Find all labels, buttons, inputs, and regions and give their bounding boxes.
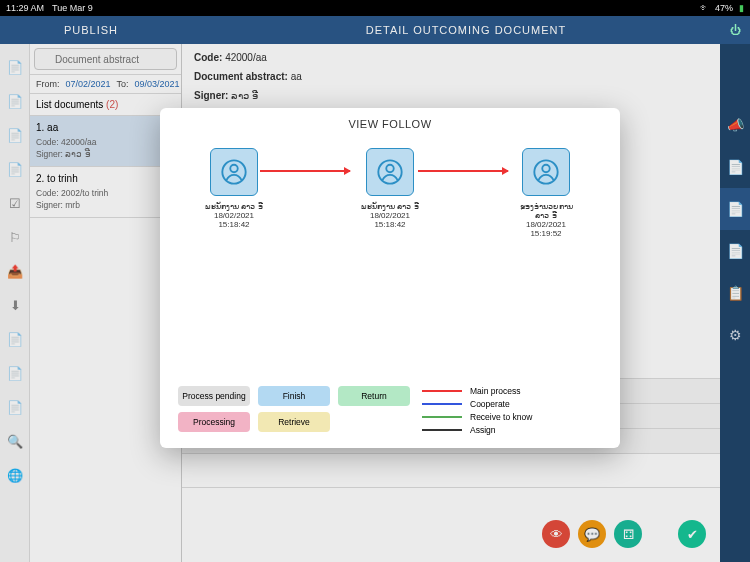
- flow-node[interactable]: ພະນັກງານ ລາວ ອີ 18/02/2021 15:18:42: [340, 148, 440, 229]
- modal-title: VIEW FOLLOW: [178, 118, 602, 130]
- flow-node[interactable]: ຮອງອຳນວຍການ ລາວ ອີ 18/02/2021 15:19:52: [496, 148, 596, 238]
- legend-process-pending[interactable]: Process pending: [178, 386, 250, 406]
- legend-lines: Main process Cooperate Receive to know A…: [422, 386, 602, 438]
- svg-point-3: [386, 165, 393, 172]
- legend-processing[interactable]: Processing: [178, 412, 250, 432]
- flow-diagram: ພະນັກງານ ລາວ ອີ 18/02/2021 15:18:42 ພະນັ…: [178, 148, 602, 238]
- svg-point-1: [230, 165, 237, 172]
- flow-arrow-icon: [418, 170, 508, 172]
- user-icon: [210, 148, 258, 196]
- legend-finish[interactable]: Finish: [258, 386, 330, 406]
- flow-arrow-icon: [260, 170, 350, 172]
- user-icon: [366, 148, 414, 196]
- legend-retrieve[interactable]: Retrieve: [258, 412, 330, 432]
- view-follow-modal: VIEW FOLLOW ພະນັກງານ ລາວ ອີ 18/02/2021 1…: [160, 108, 620, 448]
- svg-point-5: [542, 165, 549, 172]
- legend-return[interactable]: Return: [338, 386, 410, 406]
- flow-node[interactable]: ພະນັກງານ ລາວ ອີ 18/02/2021 15:18:42: [184, 148, 284, 229]
- user-icon: [522, 148, 570, 196]
